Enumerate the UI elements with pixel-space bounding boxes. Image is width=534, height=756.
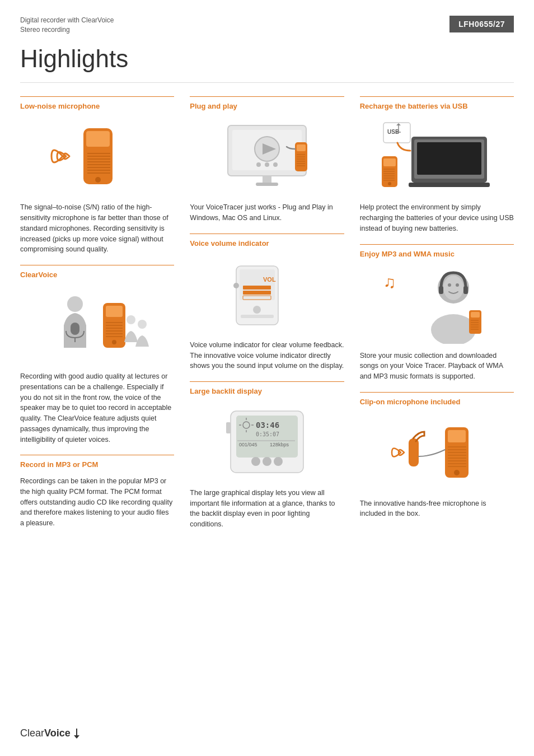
feature-text-clip-mic: The innovative hands-free microphone is … xyxy=(360,498,514,520)
feature-image-display: 03:46 0:35:07 001/045 128kbps xyxy=(190,403,344,481)
svg-point-23 xyxy=(127,315,135,324)
svg-point-64 xyxy=(263,457,271,466)
svg-point-84 xyxy=(388,182,391,185)
column-1: Low-noise microphone xyxy=(20,96,174,540)
svg-rect-35 xyxy=(297,144,306,151)
svg-text:128kbps: 128kbps xyxy=(270,442,289,447)
svg-text:001/045: 001/045 xyxy=(239,442,257,447)
svg-point-89 xyxy=(443,276,463,300)
feature-title-display: Large backlit display xyxy=(190,381,344,397)
svg-text:♫: ♫ xyxy=(383,273,396,291)
feature-image-clip-mic xyxy=(360,413,514,492)
svg-rect-88 xyxy=(463,286,468,294)
svg-point-111 xyxy=(454,470,460,475)
feature-image-vvi: VOL xyxy=(190,255,344,333)
svg-point-48 xyxy=(253,306,261,314)
column-3: Recharge the batteries via USB USB xyxy=(360,96,514,540)
svg-text:03:46: 03:46 xyxy=(256,421,279,430)
feature-text-usb-charge: Help protect the environment by simply r… xyxy=(360,202,514,234)
svg-point-50 xyxy=(233,283,239,288)
svg-rect-100 xyxy=(409,438,419,466)
svg-point-31 xyxy=(273,162,278,167)
feature-title-mp3pcm: Record in MP3 or PCM xyxy=(20,455,174,470)
svg-point-63 xyxy=(251,457,260,466)
feature-title-usb-charge: Recharge the batteries via USB xyxy=(360,96,514,112)
svg-point-11 xyxy=(67,296,83,312)
svg-point-90 xyxy=(448,283,451,287)
feature-text-plug-play: Your VoiceTracer just works - Plug and P… xyxy=(190,202,344,223)
svg-point-91 xyxy=(456,283,459,287)
svg-rect-77 xyxy=(383,158,396,166)
svg-text:VOL: VOL xyxy=(263,276,276,283)
feature-image-mp3-music: ♫ xyxy=(360,265,514,344)
svg-rect-33 xyxy=(256,183,278,186)
feature-text-mp3pcm: Recordings can be taken in the popular M… xyxy=(20,476,174,529)
feature-title-low-noise: Low-noise microphone xyxy=(20,96,174,112)
svg-rect-87 xyxy=(439,286,443,294)
product-subtitle: Stereo recording xyxy=(20,25,114,35)
footer-logo-clear: Clear xyxy=(20,727,44,739)
footer-logo-voice: Voice xyxy=(44,727,71,739)
feature-title-plug-play: Plug and play xyxy=(190,96,344,112)
svg-rect-47 xyxy=(243,296,271,300)
columns: Low-noise microphone xyxy=(20,96,514,540)
svg-marker-113 xyxy=(74,735,79,739)
feature-text-vvi: Voice volume indicator for clear volume … xyxy=(190,340,344,371)
svg-rect-1 xyxy=(86,131,110,147)
feature-text-clearvoice: Recording with good audio quality at lec… xyxy=(20,371,174,445)
footer: ClearVoice xyxy=(20,726,82,740)
svg-rect-32 xyxy=(263,176,271,183)
header: Digital recorder with ClearVoice Stereo … xyxy=(20,16,514,35)
svg-rect-46 xyxy=(243,291,271,295)
svg-rect-15 xyxy=(106,306,123,317)
page-title: Highlights xyxy=(20,41,514,83)
svg-rect-94 xyxy=(471,312,480,318)
svg-rect-12 xyxy=(71,323,79,335)
svg-point-30 xyxy=(265,162,269,167)
svg-point-65 xyxy=(274,457,283,466)
feature-title-clearvoice: ClearVoice xyxy=(20,265,174,281)
header-left: Digital recorder with ClearVoice Stereo … xyxy=(20,16,114,35)
feature-image-plug-play xyxy=(190,117,344,195)
product-type: Digital recorder with ClearVoice xyxy=(20,16,114,25)
feature-text-mp3-music: Store your music collection and download… xyxy=(360,351,514,382)
feature-image-low-noise xyxy=(20,117,174,195)
footer-arrow-icon xyxy=(72,727,82,739)
svg-rect-75 xyxy=(409,183,490,187)
svg-rect-45 xyxy=(243,286,271,290)
feature-text-low-noise: The signal–to-noise (S/N) ratio of the h… xyxy=(20,202,174,255)
feature-image-usb-charge: USB xyxy=(360,117,514,195)
svg-point-29 xyxy=(256,162,261,167)
feature-text-display: The large graphical display lets you vie… xyxy=(190,488,344,530)
svg-text:0:35:07: 0:35:07 xyxy=(256,431,279,437)
feature-title-mp3-music: Enjoy MP3 and WMA music xyxy=(360,244,514,260)
feature-title-clip-mic: Clip-on microphone included xyxy=(360,392,514,408)
feature-image-clearvoice xyxy=(20,286,174,365)
svg-rect-66 xyxy=(226,422,231,433)
column-2: Plug and play xyxy=(190,96,344,540)
footer-logo: ClearVoice xyxy=(20,726,71,740)
svg-rect-102 xyxy=(448,430,466,442)
svg-point-10 xyxy=(95,177,101,183)
svg-point-24 xyxy=(138,320,147,329)
feature-title-vvi: Voice volume indicator xyxy=(190,234,344,249)
svg-rect-74 xyxy=(417,142,481,175)
page: Digital recorder with ClearVoice Stereo … xyxy=(0,0,534,756)
svg-rect-49 xyxy=(241,315,274,318)
svg-point-22 xyxy=(112,340,116,344)
model-badge: LFH0655/27 xyxy=(449,16,514,32)
